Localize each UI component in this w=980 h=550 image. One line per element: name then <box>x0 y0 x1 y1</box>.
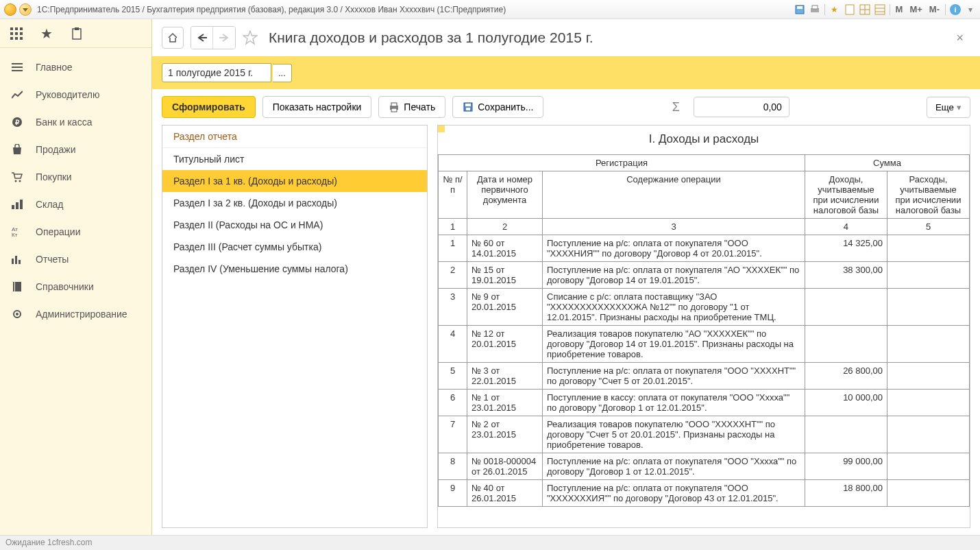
table-row[interactable]: 2№ 15 от 19.01.2015Поступление на р/с: о… <box>439 262 970 289</box>
star-outline-icon[interactable]: ★ <box>40 27 53 40</box>
table-row[interactable]: 5№ 3 от 22.01.2015Поступление на р/с: оп… <box>439 363 970 390</box>
sidebar: ★ Главное Руководителю ₽Банк и касса Про… <box>0 19 152 535</box>
help-icon[interactable]: i <box>950 4 961 15</box>
cell-income: 14 325,00 <box>805 235 887 262</box>
chevron-down-icon[interactable]: ▾ <box>965 4 976 15</box>
star-icon[interactable]: ★ <box>829 4 840 15</box>
section-row[interactable]: Титульный лист <box>162 148 427 170</box>
cell-n: 7 <box>439 416 467 453</box>
cell-income: 99 000,00 <box>805 453 887 480</box>
idx-3: 3 <box>543 219 805 235</box>
cell-expense <box>887 390 969 416</box>
bag-icon <box>11 143 23 156</box>
section-row[interactable]: Раздел I за 2 кв. (Доходы и расходы) <box>162 192 427 214</box>
forward-button[interactable] <box>213 27 235 49</box>
section-row[interactable]: Раздел III (Расчет суммы убытка) <box>162 236 427 258</box>
th-npp: № п/п <box>439 171 467 219</box>
favorite-star-icon[interactable] <box>243 30 258 45</box>
book-icon <box>11 280 23 293</box>
sidebar-item-manager[interactable]: Руководителю <box>0 81 151 108</box>
cell-op: Поступление на р/с: оплата от покупателя… <box>543 453 805 480</box>
period-picker-button[interactable]: ... <box>273 64 292 82</box>
table-row[interactable]: 4№ 12 от 20.01.2015Реализация товаров по… <box>439 326 970 363</box>
cell-n: 8 <box>439 453 467 480</box>
grid1-icon[interactable] <box>859 4 870 15</box>
cell-op: Списание с р/с: оплата поставщику "ЗАО "… <box>543 289 805 326</box>
chart-line-icon <box>11 88 23 101</box>
sidebar-item-purchases[interactable]: Покупки <box>0 163 151 191</box>
show-settings-button[interactable]: Показать настройки <box>262 96 372 118</box>
sidebar-item-stock[interactable]: Склад <box>0 191 151 218</box>
table-row[interactable]: 3№ 9 от 20.01.2015Списание с р/с: оплата… <box>439 289 970 326</box>
table-row[interactable]: 7№ 2 от 23.01.2015Реализация товаров пок… <box>439 416 970 453</box>
period-input[interactable] <box>162 63 271 82</box>
report-area[interactable]: I. Доходы и расходы Регистрация Сумма № … <box>437 125 970 528</box>
close-button[interactable]: × <box>949 28 970 48</box>
cell-expense <box>887 289 969 326</box>
svg-rect-44 <box>391 103 397 106</box>
sidebar-item-label: Банк и касса <box>36 117 92 128</box>
home-button[interactable] <box>162 27 184 49</box>
cell-op: Реализация товаров покупателю "АО "ХХХХХ… <box>543 326 805 363</box>
svg-rect-1 <box>797 6 803 9</box>
period-bar: ... <box>152 56 980 89</box>
cell-expense <box>887 480 969 507</box>
cell-op: Поступление на р/с: оплата от покупателя… <box>543 363 805 390</box>
sidebar-item-bank[interactable]: ₽Банк и касса <box>0 108 151 136</box>
svg-rect-3 <box>812 5 818 9</box>
sigma-button[interactable]: Σ <box>665 100 687 115</box>
section-row[interactable]: Раздел IV (Уменьшение суммы налога) <box>162 258 427 280</box>
svg-point-40 <box>16 313 19 315</box>
section-row[interactable]: Раздел I за 1 кв. (Доходы и расходы) <box>162 170 427 192</box>
marker <box>438 125 445 132</box>
grid2-icon[interactable] <box>874 4 885 15</box>
status-bar: Ожидание 1cfresh.com <box>0 535 980 550</box>
svg-rect-37 <box>13 282 21 291</box>
svg-rect-30 <box>16 202 19 209</box>
sidebar-item-label: Администрирование <box>36 309 127 320</box>
save-button[interactable]: Сохранить... <box>452 96 543 118</box>
table-row[interactable]: 9№ 40 от 26.01.2015Поступление на р/с: о… <box>439 480 970 507</box>
doc-icon[interactable] <box>844 4 855 15</box>
m-plus-button[interactable]: M+ <box>908 4 923 14</box>
cell-op: Реализация товаров покупателю "ООО "ХХХХ… <box>543 416 805 453</box>
table-row[interactable]: 1№ 60 от 14.01.2015Поступление на р/с: о… <box>439 235 970 262</box>
dropdown-icon[interactable] <box>19 3 32 16</box>
back-button[interactable] <box>191 27 213 49</box>
cell-income <box>805 326 887 363</box>
report-title: I. Доходы и расходы <box>438 125 970 154</box>
table-row[interactable]: 6№ 1 от 23.01.2015Поступление в кассу: о… <box>439 390 970 416</box>
print-titlebar-icon[interactable] <box>809 4 820 15</box>
table-row[interactable]: 8№ 0018-000004 от 26.01.2015Поступление … <box>439 453 970 480</box>
cell-op: Поступление на р/с: оплата от покупателя… <box>543 480 805 507</box>
print-label: Печать <box>404 101 435 112</box>
clipboard-icon[interactable] <box>70 27 84 40</box>
cell-income: 18 800,00 <box>805 480 887 507</box>
cell-n: 6 <box>439 390 467 416</box>
cell-op: Поступление на р/с: оплата от покупателя… <box>543 235 805 262</box>
svg-rect-21 <box>75 27 79 30</box>
print-button[interactable]: Печать <box>378 96 445 118</box>
more-button[interactable]: Еще▾ <box>927 97 970 118</box>
apps-grid-icon[interactable] <box>10 27 23 40</box>
cell-doc: № 3 от 22.01.2015 <box>467 363 543 390</box>
m-minus-button[interactable]: M- <box>928 4 941 14</box>
form-button[interactable]: Сформировать <box>162 96 256 118</box>
svg-rect-15 <box>15 32 18 35</box>
reports-icon <box>11 253 23 265</box>
sidebar-item-sales[interactable]: Продажи <box>0 136 151 163</box>
sidebar-item-main[interactable]: Главное <box>0 53 151 81</box>
cell-n: 9 <box>439 480 467 507</box>
sidebar-item-admin[interactable]: Администрирование <box>0 300 151 328</box>
m-button[interactable]: M <box>894 4 905 14</box>
sidebar-item-operations[interactable]: АтКтОперации <box>0 218 151 246</box>
idx-2: 2 <box>467 219 543 235</box>
sidebar-item-reports[interactable]: Отчеты <box>0 246 151 273</box>
app-icon[interactable] <box>4 3 16 16</box>
save-db-icon[interactable] <box>794 4 805 15</box>
sum-field[interactable] <box>694 97 789 117</box>
sidebar-item-refs[interactable]: Справочники <box>0 273 151 300</box>
cell-n: 5 <box>439 363 467 390</box>
svg-text:Кт: Кт <box>12 232 18 237</box>
section-row[interactable]: Раздел II (Расходы на ОС и НМА) <box>162 214 427 236</box>
